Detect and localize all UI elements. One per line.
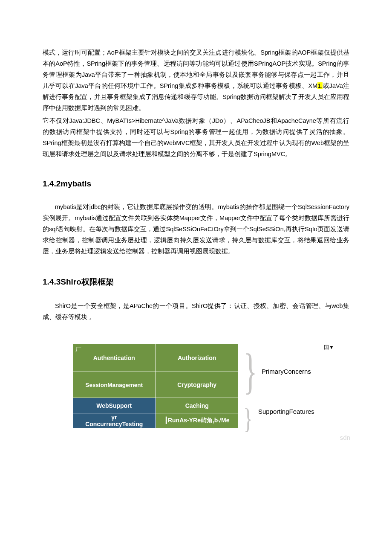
- label-primary: PrimaryConcerns: [262, 368, 311, 375]
- shiro-paragraph: ShirO是一个安全框架，是APaChe的一个项目。ShirO提供了：认证、授权…: [43, 300, 349, 323]
- cell-caching: Caching: [156, 398, 239, 413]
- spring-paragraph-1: 模式，运行时可配置；AoP框架主要针对模块之间的交叉关注点进行模块化。Sprin…: [43, 47, 349, 113]
- cell-authorization: Authorization: [156, 344, 239, 372]
- cell-cryptography: Cryptography: [156, 372, 239, 398]
- conc-bottom-text: ConcurrencyTesting: [73, 421, 155, 427]
- conc-top-text: γr: [73, 414, 155, 421]
- corner-mark: 厂: [75, 346, 81, 354]
- section-heading-shiro: 1.4.3Shiro权限框架: [43, 276, 349, 288]
- section-heading-mybatis: 1.4.2mybatis: [43, 179, 349, 189]
- labels-column: 国▼ PrimaryConcerns SupportingFeatures sd…: [253, 344, 334, 440]
- brace-bottom: }: [243, 404, 248, 433]
- highlighted-text: 1.: [317, 82, 323, 89]
- brace-top: }: [243, 346, 248, 396]
- label-corner: 国▼: [324, 344, 334, 351]
- cell-authentication: 厂 Authentication: [73, 344, 156, 372]
- spring-paragraph-2: 它不仅对Java:JDBC、MyBATIs>Hibernate^JaVa数据对象…: [43, 115, 349, 160]
- label-support: SupportingFeatures: [258, 408, 314, 415]
- cell-session-label: SessionManagement: [73, 382, 155, 388]
- cell-concurrency: γr ConcurrencyTesting: [73, 413, 156, 428]
- document-page: 模式，运行时可配置；AoP框架主要针对模块之间的交叉关注点进行模块化。Sprin…: [0, 0, 392, 466]
- shiro-diagram: 厂 Authentication Authorization SessionMa…: [43, 344, 349, 440]
- mybatis-paragraph: mybatis是对jdbc的封装，它让数据库底层操作变的透明。mybatis的操…: [43, 201, 349, 257]
- cell-websupport: WebSupport: [73, 398, 156, 413]
- cell-auth-label: Authentication: [93, 355, 135, 361]
- cell-runas: ┃RunAs-YRe屿角,b√Me: [156, 413, 239, 428]
- p1-text-a: 模式，运行时可配置；AoP框架主要针对模块之间的交叉关注点进行模块化。Sprin…: [43, 49, 349, 89]
- shiro-table: 厂 Authentication Authorization SessionMa…: [72, 344, 239, 428]
- cell-session: SessionManagement: [73, 372, 156, 398]
- watermark-text: sdn: [340, 434, 350, 441]
- brace-column: } }: [240, 344, 251, 440]
